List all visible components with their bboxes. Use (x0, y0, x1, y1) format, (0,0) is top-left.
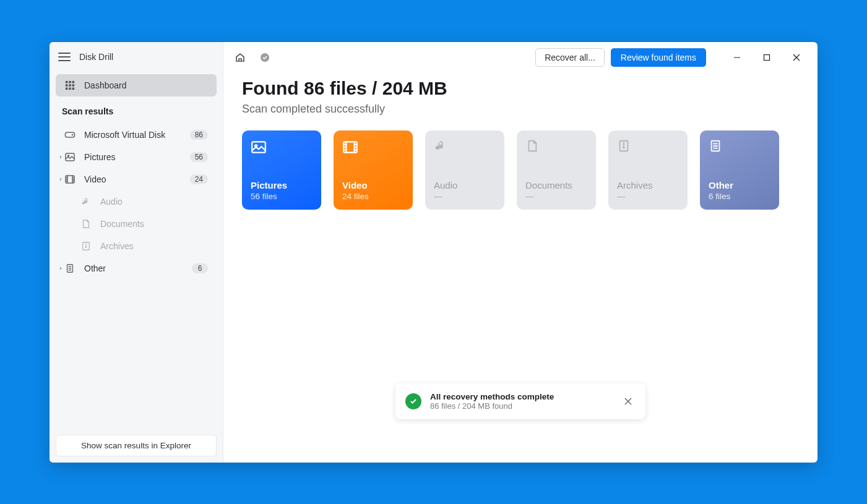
audio-icon (80, 196, 92, 207)
sidebar-item-virtual-disk[interactable]: Microsoft Virtual Disk 86 (56, 124, 217, 146)
card-subtitle: — (617, 192, 679, 201)
toast-title: All recovery methods complete (430, 392, 612, 401)
archive-icon (80, 241, 92, 252)
card-title: Video (342, 180, 404, 190)
sidebar-item-video[interactable]: › Video 24 (56, 168, 217, 190)
sidebar-item-label: Archives (100, 241, 208, 251)
sidebar-item-label: Video (84, 174, 181, 184)
home-icon[interactable] (231, 48, 249, 67)
checkmark-icon[interactable] (256, 48, 274, 67)
grid-icon (64, 80, 75, 91)
audio-icon (434, 139, 449, 154)
card-video[interactable]: Video 24 files (334, 130, 413, 210)
sidebar-item-label: Documents (100, 219, 208, 229)
card-pictures[interactable]: Pictures 56 files (242, 130, 321, 210)
sidebar-item-pictures[interactable]: › Pictures 56 (56, 146, 217, 168)
card-subtitle: 6 files (709, 192, 770, 201)
page-subtitle: Scan completed successfully (242, 103, 799, 116)
chevron-right-icon[interactable]: › (53, 265, 68, 271)
window-controls (723, 48, 810, 67)
card-subtitle: 56 files (251, 192, 313, 201)
card-documents[interactable]: Documents — (517, 130, 596, 210)
minimize-icon[interactable] (723, 48, 751, 67)
recover-all-button[interactable]: Recover all... (535, 48, 605, 67)
svg-point-24 (85, 247, 86, 247)
card-other[interactable]: Other 6 files (700, 130, 779, 210)
hamburger-icon[interactable] (58, 53, 71, 61)
toast-close-icon[interactable] (621, 394, 636, 409)
close-icon[interactable] (783, 48, 810, 67)
show-in-explorer-button[interactable]: Show scan results in Explorer (56, 435, 217, 456)
sidebar-item-label: Microsoft Virtual Disk (84, 130, 181, 140)
card-title: Audio (434, 180, 496, 190)
sidebar-item-label: Pictures (84, 152, 181, 162)
svg-rect-7 (69, 87, 71, 90)
sidebar-item-badge: 86 (190, 130, 208, 140)
sidebar-section-title: Scan results (50, 99, 223, 121)
sidebar-item-label: Other (84, 263, 183, 273)
card-title: Documents (525, 180, 587, 190)
sidebar-item-badge: 56 (190, 152, 208, 162)
svg-rect-5 (72, 84, 75, 87)
sidebar-item-documents[interactable]: Documents (56, 213, 217, 235)
file-icon (709, 139, 723, 154)
svg-rect-0 (66, 80, 68, 83)
archive-icon (617, 139, 632, 154)
video-icon (342, 139, 357, 154)
card-subtitle: — (525, 192, 587, 201)
sidebar-item-other[interactable]: › Other 6 (56, 257, 217, 280)
svg-rect-2 (72, 80, 75, 83)
card-title: Archives (617, 180, 679, 190)
sidebar-item-badge: 24 (190, 174, 208, 184)
card-subtitle: — (434, 192, 496, 201)
svg-point-47 (623, 147, 624, 148)
success-check-icon (405, 393, 421, 409)
svg-rect-31 (764, 54, 770, 60)
page-title: Found 86 files / 204 MB (242, 78, 799, 99)
maximize-icon[interactable] (753, 48, 780, 67)
card-title: Other (709, 180, 770, 190)
svg-rect-8 (72, 87, 75, 90)
card-subtitle: 24 files (342, 192, 404, 201)
svg-rect-1 (69, 80, 71, 83)
sidebar-item-badge: 6 (192, 263, 208, 273)
chevron-right-icon[interactable]: › (53, 153, 68, 160)
card-title: Pictures (251, 180, 313, 190)
svg-rect-3 (66, 84, 68, 87)
review-found-items-button[interactable]: Review found items (611, 48, 706, 67)
sidebar-item-label: Audio (100, 197, 208, 207)
svg-rect-34 (252, 142, 265, 152)
card-archives[interactable]: Archives — (608, 130, 688, 210)
sidebar-item-archives[interactable]: Archives (56, 235, 217, 257)
category-cards: Pictures 56 files Video 24 files Audio — (242, 130, 799, 210)
document-icon (80, 218, 92, 229)
sidebar-header: Disk Drill (50, 42, 223, 72)
topbar: Recover all... Review found items (223, 42, 817, 73)
sidebar: Disk Drill Dashboard Scan results Micros… (50, 42, 223, 463)
disk-icon (64, 129, 75, 140)
picture-icon (251, 139, 265, 154)
document-icon (525, 139, 540, 154)
card-audio[interactable]: Audio — (425, 130, 504, 210)
svg-rect-4 (69, 84, 71, 87)
sidebar-dashboard-label: Dashboard (84, 80, 208, 90)
app-window: Disk Drill Dashboard Scan results Micros… (50, 42, 817, 463)
main-area: Recover all... Review found items Found … (223, 42, 817, 463)
svg-point-10 (72, 134, 72, 135)
toast-notification: All recovery methods complete 86 files /… (395, 383, 645, 419)
svg-rect-6 (66, 87, 68, 90)
toast-subtitle: 86 files / 204 MB found (430, 401, 612, 411)
app-title: Disk Drill (79, 52, 113, 62)
sidebar-item-audio[interactable]: Audio (56, 190, 217, 213)
sidebar-dashboard[interactable]: Dashboard (56, 74, 217, 96)
chevron-right-icon[interactable]: › (53, 176, 68, 182)
